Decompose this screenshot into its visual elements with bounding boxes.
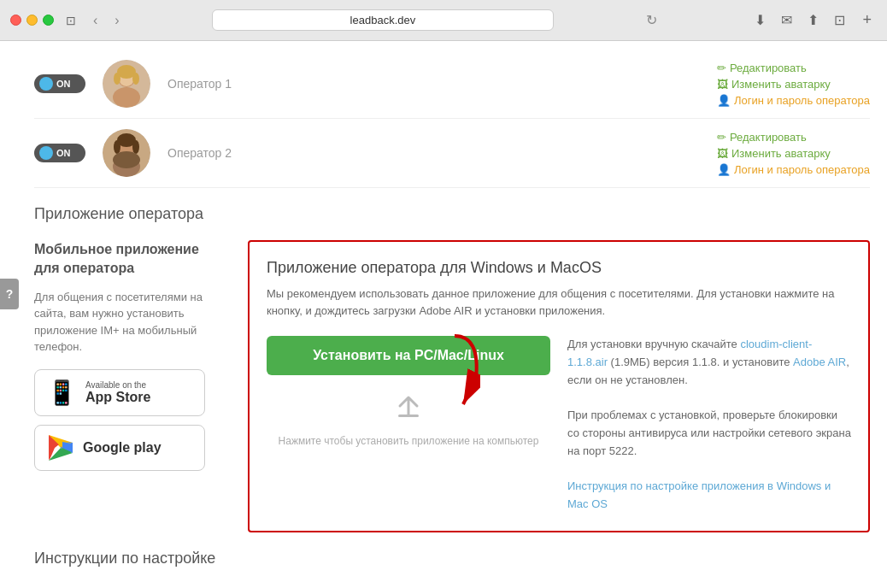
lock-icon-1: 👤 bbox=[717, 94, 731, 107]
edit-link-2[interactable]: ✏ Редактировать bbox=[717, 131, 870, 144]
help-button[interactable]: ? bbox=[0, 279, 19, 309]
operator-name-1: Оператор 1 bbox=[167, 77, 253, 91]
svg-point-14 bbox=[113, 151, 140, 168]
operator-toggle-1[interactable]: ON bbox=[34, 74, 85, 93]
install-button[interactable]: Установить на PC/Mac/Linux bbox=[267, 336, 550, 375]
install-right: Для установки вручную скачайте cloudim-c… bbox=[567, 336, 851, 514]
problem-text: При проблемах с установкой, проверьте бл… bbox=[567, 407, 851, 460]
svg-point-12 bbox=[114, 140, 120, 154]
app-left-title: Мобильное приложение для оператора bbox=[34, 240, 222, 279]
google-play-icon bbox=[47, 434, 74, 462]
mail-button[interactable]: ✉ bbox=[776, 10, 797, 30]
manual-prefix: Для установки вручную скачайте bbox=[567, 338, 740, 350]
bottom-section-title: Инструкции по настройке bbox=[34, 550, 870, 567]
window-toggle-button[interactable]: ⊡ bbox=[61, 12, 81, 29]
nav-forward-button[interactable]: › bbox=[109, 11, 124, 30]
upload-hint: Нажмите чтобы установить приложение на к… bbox=[267, 389, 550, 447]
edit-link-1[interactable]: ✏ Редактировать bbox=[717, 62, 870, 74]
close-button[interactable] bbox=[10, 15, 21, 26]
guide-link[interactable]: Инструкция по настройке приложения в Win… bbox=[567, 479, 831, 510]
address-bar[interactable]: leadback.dev bbox=[212, 9, 554, 31]
app-section: Приложение оператора Мобильное приложени… bbox=[34, 205, 870, 567]
traffic-lights bbox=[10, 15, 54, 26]
install-content: Установить на PC/Mac/Linux Нажмите чтобы… bbox=[267, 336, 851, 514]
edit-label-1: Редактировать bbox=[730, 62, 807, 74]
operator-row-2: ON Оператор 2 ✏ Реда bbox=[34, 119, 870, 188]
share-button[interactable]: ⬆ bbox=[802, 10, 824, 30]
upload-svg bbox=[391, 389, 426, 423]
browser-actions: ⬇ ✉ ⬆ ⊡ bbox=[749, 10, 850, 30]
reload-button[interactable]: ↻ bbox=[641, 10, 662, 30]
google-play-text: Google play bbox=[83, 440, 162, 456]
upload-icon bbox=[391, 389, 426, 430]
svg-point-2 bbox=[113, 87, 140, 108]
new-tab-button[interactable]: + bbox=[857, 9, 877, 31]
toggle-label-2: ON bbox=[56, 148, 71, 158]
app-store-text: Available on the App Store bbox=[85, 380, 150, 405]
svg-point-5 bbox=[114, 73, 120, 85]
content-area: ON Оператор 1 ✏ Редактировать bbox=[0, 41, 887, 588]
operator-row: ON Оператор 1 ✏ Редактировать bbox=[34, 50, 870, 119]
sidebar-button[interactable]: ⊡ bbox=[829, 10, 850, 30]
image-icon-2: 🖼 bbox=[717, 147, 728, 160]
edit-label-2: Редактировать bbox=[730, 131, 807, 144]
operator-name-2: Оператор 2 bbox=[167, 146, 253, 160]
install-left: Установить на PC/Mac/Linux Нажмите чтобы… bbox=[267, 336, 550, 514]
svg-rect-20 bbox=[398, 415, 419, 417]
adobe-air-link[interactable]: Adobe AIR bbox=[793, 356, 846, 368]
operator-avatar-2 bbox=[103, 129, 150, 177]
maximize-button[interactable] bbox=[43, 15, 54, 26]
windows-mac-box: Приложение оператора для Windows и MacOS… bbox=[248, 240, 870, 532]
avatar-image-1 bbox=[103, 60, 150, 108]
phone-icon: 📱 bbox=[47, 379, 77, 407]
operators-list: ON Оператор 1 ✏ Редактировать bbox=[34, 41, 870, 188]
app-section-title: Приложение оператора bbox=[34, 205, 870, 223]
manual-mid: (1.9МБ) версия 1.1.8. и установите bbox=[608, 356, 793, 368]
lock-icon-2: 👤 bbox=[717, 163, 731, 176]
password-link-2[interactable]: 👤 Логин и пароль оператора bbox=[717, 163, 870, 176]
minimize-button[interactable] bbox=[26, 15, 38, 26]
app-store-small-text: Available on the bbox=[85, 380, 150, 390]
operator-actions-1: ✏ Редактировать 🖼 Изменить аватарку 👤 Ло… bbox=[717, 62, 870, 107]
password-link-1[interactable]: 👤 Логин и пароль оператора bbox=[717, 94, 870, 107]
edit-icon-2: ✏ bbox=[717, 131, 726, 144]
toggle-circle-2 bbox=[39, 146, 53, 160]
avatar-label-2: Изменить аватарку bbox=[731, 147, 831, 160]
svg-point-13 bbox=[132, 140, 139, 154]
app-left-desc: Для общения с посетителями на сайта, вам… bbox=[34, 289, 222, 356]
operator-toggle-2[interactable]: ON bbox=[34, 144, 85, 162]
upload-hint-text: Нажмите чтобы установить приложение на к… bbox=[279, 435, 539, 447]
image-icon-1: 🖼 bbox=[717, 78, 728, 91]
google-play-badge[interactable]: Google play bbox=[34, 425, 205, 471]
browser-chrome: ⊡ ‹ › leadback.dev ↻ ⬇ ✉ ⬆ ⊡ + bbox=[0, 0, 887, 41]
toggle-label: ON bbox=[56, 79, 71, 89]
edit-icon-1: ✏ bbox=[717, 62, 726, 74]
download-button[interactable]: ⬇ bbox=[749, 10, 771, 30]
nav-back-button[interactable]: ‹ bbox=[88, 11, 103, 30]
password-label-1: Логин и пароль оператора bbox=[734, 94, 870, 107]
windows-box-desc: Мы рекомендуем использовать данное прило… bbox=[267, 285, 851, 319]
app-content: Мобильное приложение для оператора Для о… bbox=[34, 240, 870, 532]
avatar-link-2[interactable]: 🖼 Изменить аватарку bbox=[717, 147, 870, 160]
password-label-2: Логин и пароль оператора bbox=[734, 163, 870, 176]
windows-box-title: Приложение оператора для Windows и MacOS bbox=[267, 259, 851, 277]
app-store-large-text: App Store bbox=[85, 390, 150, 405]
toggle-circle bbox=[39, 77, 53, 91]
app-left-column: Мобильное приложение для оператора Для о… bbox=[34, 240, 222, 532]
avatar-link-1[interactable]: 🖼 Изменить аватарку bbox=[717, 78, 870, 91]
app-store-badge[interactable]: 📱 Available on the App Store bbox=[34, 369, 205, 416]
operator-avatar-1 bbox=[103, 60, 150, 108]
avatar-label-1: Изменить аватарку bbox=[731, 78, 831, 91]
avatar-image-2 bbox=[103, 129, 150, 177]
operator-actions-2: ✏ Редактировать 🖼 Изменить аватарку 👤 Ло… bbox=[717, 131, 870, 176]
manual-install-text: Для установки вручную скачайте cloudim-c… bbox=[567, 336, 851, 389]
svg-point-6 bbox=[132, 73, 139, 85]
